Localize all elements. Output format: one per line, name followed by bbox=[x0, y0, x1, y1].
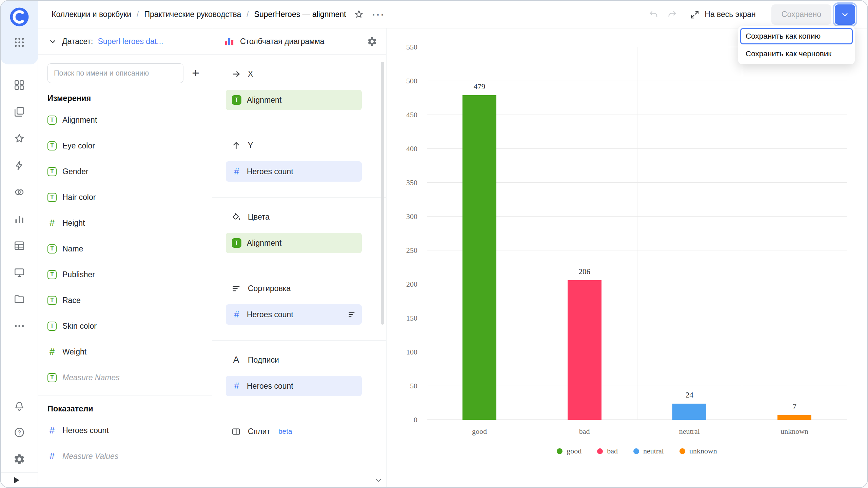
bar-unknown[interactable] bbox=[777, 415, 811, 420]
bar-chart-type-icon[interactable] bbox=[224, 36, 235, 47]
field-chip-y[interactable]: # Heroes count bbox=[226, 161, 362, 182]
legend-item[interactable]: bad bbox=[597, 447, 618, 455]
breadcrumb-separator: / bbox=[137, 10, 139, 19]
field-chip-x[interactable]: T Alignment bbox=[226, 90, 362, 110]
more-nav-icon[interactable] bbox=[10, 318, 29, 334]
chip-label: Alignment bbox=[247, 239, 281, 248]
datalens-logo[interactable] bbox=[9, 7, 29, 27]
legend-label: bad bbox=[607, 447, 618, 455]
rail-header bbox=[1, 1, 38, 64]
favorite-star-icon[interactable] bbox=[354, 9, 364, 20]
field-row[interactable]: #Height bbox=[38, 210, 212, 236]
arrow-right-icon bbox=[231, 69, 241, 79]
field-row[interactable]: TPublisher bbox=[38, 262, 212, 287]
save-menu-item[interactable]: Сохранить как копию bbox=[740, 28, 853, 44]
settings-gear-icon[interactable] bbox=[10, 451, 29, 467]
field-search-input[interactable] bbox=[47, 63, 183, 83]
breadcrumb-item[interactable]: SuperHeroes — alignment bbox=[254, 10, 346, 19]
save-menu-item[interactable]: Сохранить как черновик bbox=[740, 46, 853, 62]
dataset-name-link[interactable]: SuperHeroes dat... bbox=[98, 37, 163, 46]
more-actions-icon[interactable]: ⋯ bbox=[372, 11, 384, 18]
services-icon[interactable] bbox=[10, 184, 29, 200]
text-field-icon: T bbox=[47, 244, 57, 253]
collections-icon[interactable] bbox=[10, 104, 29, 120]
section-sort: Сортировка # Heroes count bbox=[212, 269, 386, 340]
legend-dot bbox=[597, 448, 603, 454]
legend-item[interactable]: unknown bbox=[679, 447, 717, 455]
topbar-right: На весь экран Сохранено bbox=[648, 4, 855, 25]
monitoring-icon[interactable] bbox=[10, 265, 29, 280]
chart-type-label[interactable]: Столбчатая диаграмма bbox=[240, 37, 361, 46]
notifications-bell-icon[interactable] bbox=[10, 398, 29, 413]
collapse-strip bbox=[1, 472, 38, 487]
field-row[interactable]: TRace bbox=[38, 287, 212, 313]
section-sort-label: Сортировка bbox=[248, 284, 291, 293]
bar-band: 7 bbox=[742, 47, 847, 420]
paint-bucket-icon bbox=[231, 212, 241, 222]
bar-bad[interactable] bbox=[568, 280, 601, 420]
section-colors: Цвета T Alignment bbox=[212, 198, 386, 269]
bar-value-label: 7 bbox=[792, 402, 796, 411]
field-label: Heroes count bbox=[62, 426, 109, 435]
x-tick-label: unknown bbox=[742, 427, 847, 436]
bar-good[interactable] bbox=[462, 95, 496, 420]
y-tick-label: 350 bbox=[406, 178, 417, 187]
section-labels-header: A Подписи bbox=[212, 354, 386, 366]
dataset-collapse-chevron-icon[interactable] bbox=[48, 37, 57, 46]
x-axis: goodbadneutralunknown bbox=[427, 427, 847, 436]
legend-item[interactable]: good bbox=[557, 447, 581, 455]
breadcrumb-item[interactable]: Коллекции и воркбуки bbox=[52, 10, 131, 19]
charts-icon[interactable] bbox=[10, 211, 29, 227]
help-icon[interactable]: ? bbox=[10, 425, 29, 440]
apps-grid-icon[interactable] bbox=[10, 35, 29, 50]
section-x: X T Alignment bbox=[212, 55, 386, 126]
scroll-down-chevron-icon[interactable] bbox=[374, 476, 383, 485]
y-tick-label: 200 bbox=[406, 280, 417, 289]
bar-neutral[interactable] bbox=[672, 404, 706, 420]
field-row[interactable]: TMeasure Names bbox=[38, 365, 212, 390]
field-row[interactable]: TGender bbox=[38, 159, 212, 184]
field-chip-labels[interactable]: # Heroes count bbox=[226, 376, 362, 396]
undo-icon[interactable] bbox=[648, 9, 659, 20]
text-field-icon: T bbox=[47, 270, 57, 279]
labels-a-icon: A bbox=[231, 354, 241, 365]
number-field-icon: # bbox=[232, 381, 241, 391]
legend-item[interactable]: neutral bbox=[633, 447, 664, 455]
number-field-icon: # bbox=[47, 218, 57, 228]
field-row[interactable]: TSkin color bbox=[38, 313, 212, 339]
sort-direction-icon[interactable] bbox=[348, 310, 356, 319]
dashboards-icon[interactable] bbox=[10, 77, 29, 93]
panel-divider bbox=[38, 395, 212, 395]
field-row[interactable]: #Weight bbox=[38, 339, 212, 365]
section-labels-label: Подписи bbox=[248, 355, 279, 365]
fullscreen-label: На весь экран bbox=[705, 10, 756, 19]
text-field-icon: T bbox=[47, 193, 57, 202]
saved-button[interactable]: Сохранено bbox=[771, 4, 831, 25]
redo-icon[interactable] bbox=[667, 9, 677, 20]
field-row[interactable]: THair color bbox=[38, 184, 212, 210]
field-chip-colors[interactable]: T Alignment bbox=[226, 233, 362, 253]
field-row[interactable]: #Heroes count bbox=[38, 418, 212, 443]
field-row[interactable]: TEye color bbox=[38, 133, 212, 159]
chart-config-panel: Столбчатая диаграмма X T Alignment Y bbox=[212, 28, 387, 487]
expand-panel-icon[interactable] bbox=[14, 477, 19, 483]
field-row[interactable]: TName bbox=[38, 236, 212, 262]
field-row[interactable]: #Measure Values bbox=[38, 443, 212, 469]
breadcrumb-item[interactable]: Практические руководства bbox=[144, 10, 241, 19]
add-field-button[interactable]: + bbox=[187, 64, 204, 82]
section-x-header: X bbox=[212, 68, 386, 80]
field-row[interactable]: TAlignment bbox=[38, 107, 212, 133]
fullscreen-button[interactable]: На весь экран bbox=[690, 9, 756, 20]
config-scrollbar[interactable] bbox=[381, 62, 384, 325]
save-dropdown-button[interactable] bbox=[835, 4, 855, 25]
x-tick-label: bad bbox=[532, 427, 637, 436]
field-chip-sort[interactable]: # Heroes count bbox=[226, 304, 362, 325]
editor-icon[interactable] bbox=[10, 158, 29, 173]
chart-settings-gear-icon[interactable] bbox=[367, 36, 377, 47]
favorites-icon[interactable] bbox=[10, 131, 29, 146]
dimensions-title: Измерения bbox=[38, 86, 212, 107]
field-search-row: + bbox=[38, 55, 212, 86]
text-field-icon: T bbox=[47, 167, 57, 176]
datasets-icon[interactable] bbox=[10, 238, 29, 253]
storage-icon[interactable] bbox=[10, 291, 29, 307]
